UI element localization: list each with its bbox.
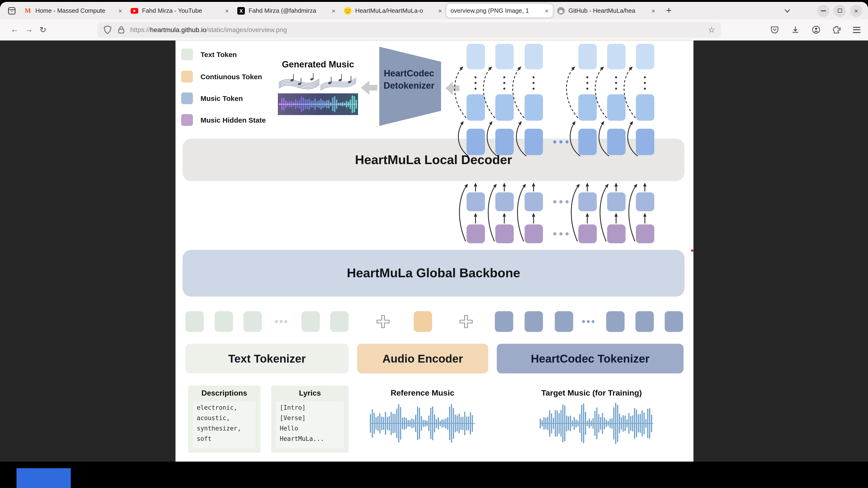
overview-diagram-image: Generated Music HeartMuLa Local Decoder …	[176, 40, 693, 462]
music-token-mid	[467, 94, 485, 121]
shield-icon[interactable]	[103, 25, 112, 34]
tab-close-icon[interactable]: ×	[225, 7, 229, 14]
card-line: [Verse]	[280, 413, 340, 423]
tab-1[interactable]: MHome - Massed Compute×	[20, 4, 126, 18]
music-token-input	[665, 311, 683, 332]
minimize-button[interactable]	[817, 4, 829, 17]
tab-2[interactable]: Fahd Mirza - YouTube×	[126, 4, 233, 18]
continuous-token	[414, 311, 432, 332]
card-line: acoustic,	[197, 413, 252, 423]
music-hidden-state	[578, 224, 597, 243]
music-token-top	[495, 44, 514, 69]
menu-icon[interactable]	[853, 27, 861, 33]
music-token-bottom	[636, 129, 654, 155]
text-token	[302, 311, 320, 332]
tab-close-icon[interactable]: ×	[545, 7, 549, 14]
music-token-bottom	[467, 129, 485, 155]
music-token-input	[555, 311, 573, 332]
restore-button[interactable]	[834, 4, 846, 17]
music-hidden-state	[525, 224, 543, 243]
window-controls: ×	[817, 4, 862, 17]
music-hidden-state	[467, 224, 485, 243]
reference-music-label: Reference Music	[370, 389, 475, 398]
tab-close-icon[interactable]: ×	[332, 7, 335, 14]
account-icon[interactable]	[811, 25, 821, 34]
tab-bar: MHome - Massed Compute×Fahd Mirza - YouT…	[0, 2, 868, 19]
music-token-top	[467, 44, 485, 69]
music-hidden-state	[495, 224, 514, 243]
firefox-view-button[interactable]	[4, 4, 20, 17]
tab-close-icon[interactable]: ×	[118, 7, 122, 14]
card-line: soft	[197, 434, 252, 444]
music-notes-waveform-art	[278, 71, 358, 115]
generated-music-label: Generated Music	[273, 59, 363, 70]
list-all-tabs-button[interactable]	[784, 8, 790, 13]
music-token-top	[578, 44, 597, 69]
music-token-mid	[607, 94, 625, 121]
music-hidden-state	[607, 224, 625, 243]
text-token	[243, 311, 262, 332]
legend-label: Music Hidden State	[200, 116, 266, 124]
heartcodec-detokenizer-label: HeartCodec Detokenizer	[381, 67, 437, 92]
lock-icon[interactable]	[117, 25, 126, 34]
tab-6[interactable]: GitHub - HeartMuLa/hea×	[553, 4, 659, 18]
descriptions-title: Descriptions	[188, 389, 260, 397]
legend-label: Contiunous Token	[200, 73, 262, 80]
tab-5[interactable]: overview.png (PNG Image, 1×	[446, 4, 553, 18]
massed-compute-icon: M	[24, 7, 32, 14]
download-icon[interactable]	[790, 25, 800, 34]
forward-button[interactable]: →	[22, 25, 36, 34]
tab-4[interactable]: HeartMuLa/HeartMuLa-o×	[340, 4, 446, 18]
reload-button[interactable]: ↻	[36, 25, 50, 35]
heartmula-global-backbone: HeartMuLa Global Backbone	[183, 250, 684, 297]
lyrics-title: Lyrics	[271, 389, 349, 397]
tab-close-icon[interactable]: ×	[651, 7, 655, 14]
minimize-icon	[820, 10, 826, 11]
music-token	[607, 192, 625, 211]
music-token	[636, 192, 654, 211]
url-text[interactable]: https://heartmula.github.io/static/image…	[130, 26, 287, 33]
plus-icon	[459, 314, 474, 329]
target-music-waveform	[540, 403, 653, 444]
legend-item: Music Hidden State	[181, 114, 266, 126]
legend-swatch	[181, 92, 193, 104]
close-icon: ×	[854, 7, 858, 14]
tab-3[interactable]: XFahd Mirza (@fahdmirza×	[233, 4, 340, 18]
music-token-bottom	[607, 129, 625, 155]
x-twitter-icon: X	[237, 7, 245, 14]
music-token	[578, 192, 597, 211]
plus-icon	[375, 314, 391, 329]
text-tokenizer-box: Text Tokenizer	[185, 344, 349, 373]
music-token-input	[525, 311, 543, 332]
music-token-input	[495, 311, 513, 332]
music-token	[495, 192, 514, 211]
dock-accent-fragment	[17, 468, 71, 488]
legend-label: Music Token	[200, 94, 243, 102]
bookmark-star-icon[interactable]: ☆	[708, 25, 715, 35]
text-token	[215, 311, 233, 332]
legend-label: Text Token	[200, 51, 237, 59]
url-bar[interactable]: https://heartmula.github.io/static/image…	[97, 22, 721, 37]
back-button[interactable]: ←	[7, 25, 22, 34]
generated-music-artwork	[278, 71, 358, 115]
card-line: Hello	[280, 423, 340, 434]
legend-item: Music Token	[181, 92, 243, 104]
music-token-top	[636, 44, 654, 69]
card-line: HeartMuLa...	[280, 434, 340, 444]
tab-close-icon[interactable]: ×	[438, 7, 442, 14]
extensions-puzzle-icon[interactable]	[832, 25, 842, 34]
music-token-top	[607, 44, 625, 69]
url-domain: heartmula.github.io	[150, 26, 206, 33]
legend-item: Text Token	[181, 48, 237, 60]
reference-music-waveform	[370, 404, 475, 443]
pocket-icon[interactable]	[770, 25, 779, 34]
tab-label: Fahd Mirza - YouTube	[142, 7, 221, 14]
heartcodec-tokenizer-box: HeartCodec Tokenizer	[497, 344, 684, 373]
youtube-icon	[131, 8, 138, 13]
close-window-button[interactable]: ×	[850, 4, 862, 17]
music-token-mid	[578, 94, 597, 121]
tab-label: HeartMuLa/HeartMuLa-o	[355, 7, 434, 14]
new-tab-button[interactable]: +	[666, 5, 672, 16]
tab-label: GitHub - HeartMuLa/hea	[568, 7, 648, 14]
cursor-dot	[691, 250, 693, 252]
